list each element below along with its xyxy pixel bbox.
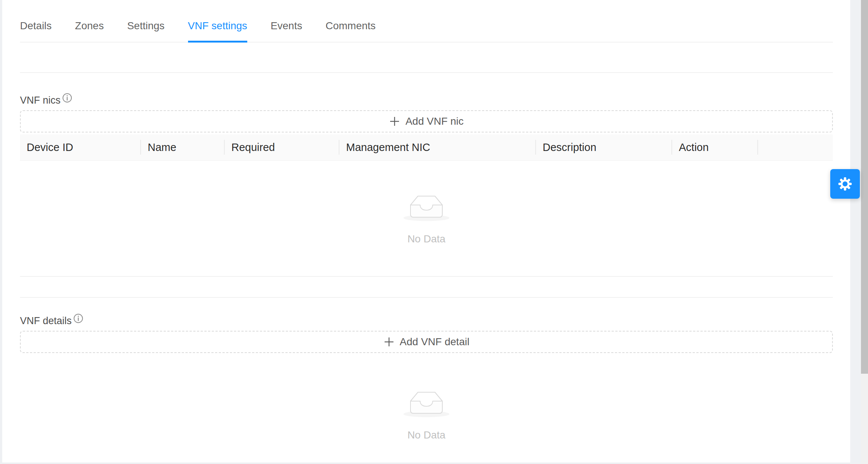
- plus-icon: [383, 336, 395, 347]
- column-header-required: Required: [225, 134, 339, 160]
- vnf-nics-empty-state: No Data: [20, 161, 833, 277]
- vnf-details-label-row: VNF details: [20, 313, 833, 328]
- column-header-blank: [758, 134, 833, 160]
- add-vnf-detail-label: Add VNF detail: [400, 336, 469, 348]
- tab-settings[interactable]: Settings: [127, 20, 164, 42]
- add-vnf-nic-label: Add VNF nic: [405, 115, 463, 127]
- divider: [20, 277, 833, 298]
- column-header-description: Description: [536, 134, 672, 160]
- gear-icon: [837, 175, 854, 192]
- tab-zones[interactable]: Zones: [75, 20, 104, 42]
- empty-box-icon: [403, 389, 450, 420]
- column-header-action: Action: [672, 134, 758, 160]
- add-vnf-detail-button[interactable]: Add VNF detail: [20, 331, 833, 353]
- section-vnf-details: VNF details Add VNF detail: [20, 313, 833, 443]
- settings-fab-button[interactable]: [830, 169, 860, 199]
- tab-bar: Details Zones Settings VNF settings Even…: [20, 0, 833, 43]
- section-vnf-nics: VNF nics Add VNF nic: [20, 93, 833, 277]
- info-circle-icon[interactable]: [62, 93, 72, 107]
- empty-box-icon: [403, 192, 450, 223]
- no-data-text: No Data: [20, 232, 833, 246]
- column-header-name: Name: [141, 134, 225, 160]
- plus-icon: [389, 116, 400, 127]
- column-header-device-id: Device ID: [20, 134, 141, 160]
- divider: [20, 43, 833, 73]
- scrollbar-track[interactable]: [861, 0, 868, 464]
- tab-events[interactable]: Events: [271, 20, 302, 42]
- info-circle-icon[interactable]: [73, 313, 83, 328]
- content-panel: Details Zones Settings VNF settings Even…: [2, 0, 850, 463]
- vnf-nics-label-row: VNF nics: [20, 93, 833, 107]
- column-header-management-nic: Management NIC: [339, 134, 536, 160]
- page-gutter: [850, 0, 861, 464]
- vnf-nics-table-header: Device ID Name Required Management NIC D…: [20, 134, 833, 161]
- tab-vnf-settings[interactable]: VNF settings: [188, 20, 247, 42]
- vnf-nics-label: VNF nics: [20, 94, 61, 107]
- add-vnf-nic-button[interactable]: Add VNF nic: [20, 110, 833, 132]
- vnf-details-label: VNF details: [20, 315, 72, 327]
- vnf-details-empty-state: No Data: [20, 353, 833, 443]
- page: Details Zones Settings VNF settings Even…: [0, 0, 868, 464]
- tab-details[interactable]: Details: [20, 20, 52, 42]
- scrollbar-thumb[interactable]: [861, 0, 868, 374]
- tab-comments[interactable]: Comments: [325, 20, 375, 42]
- no-data-text: No Data: [20, 428, 833, 443]
